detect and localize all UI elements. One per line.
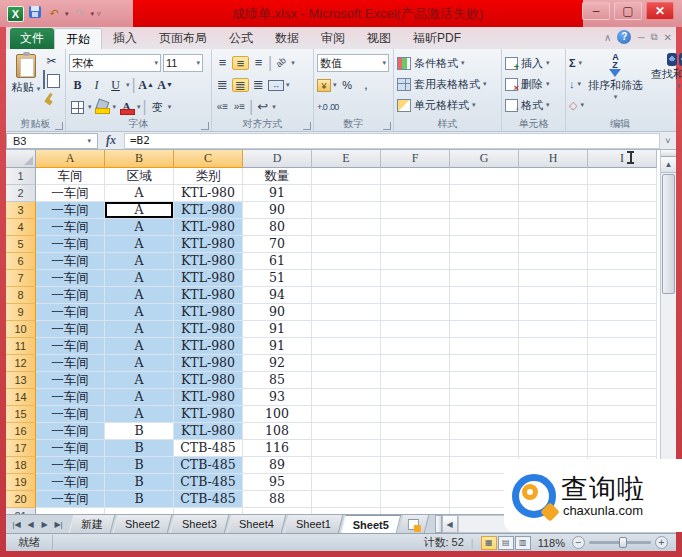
- collapse-ribbon-icon[interactable]: ∧: [604, 32, 611, 43]
- comma-button[interactable]: ,: [358, 76, 375, 94]
- underline-button[interactable]: U: [107, 76, 124, 94]
- cell-B13[interactable]: A: [105, 372, 174, 389]
- close-button[interactable]: ✕: [646, 2, 674, 20]
- cell-I12[interactable]: [588, 355, 657, 372]
- font-name-combo[interactable]: 宋体▾: [69, 54, 161, 72]
- cell-F6[interactable]: [381, 253, 450, 270]
- cell-I3[interactable]: [588, 202, 657, 219]
- tab-插入[interactable]: 插入: [102, 28, 148, 49]
- styles-item-2[interactable]: 单元格样式▾: [397, 96, 498, 114]
- cell-G16[interactable]: [450, 423, 519, 440]
- cell-G2[interactable]: [450, 185, 519, 202]
- cell-C13[interactable]: KTL-980: [174, 372, 243, 389]
- cell-B2[interactable]: A: [105, 185, 174, 202]
- cell-H11[interactable]: [519, 338, 588, 355]
- redo-button[interactable]: ↷: [72, 6, 88, 21]
- cell-F11[interactable]: [381, 338, 450, 355]
- cell-B12[interactable]: A: [105, 355, 174, 372]
- cells-item-2[interactable]: ◦格式▾: [505, 96, 562, 114]
- row-header-10[interactable]: 10: [6, 321, 36, 338]
- zoom-level[interactable]: 118%: [538, 537, 565, 549]
- cell-G11[interactable]: [450, 338, 519, 355]
- cell-G1[interactable]: [450, 168, 519, 185]
- cells-item-0[interactable]: +插入▾: [505, 54, 562, 72]
- cell-E14[interactable]: [312, 389, 381, 406]
- row-header-5[interactable]: 5: [6, 236, 36, 253]
- alignment-dialog-launcher-icon[interactable]: [303, 122, 311, 130]
- column-header-F[interactable]: F: [381, 150, 450, 168]
- cell-E16[interactable]: [312, 423, 381, 440]
- row-header-3[interactable]: 3: [6, 202, 36, 219]
- phonetic-guide-button[interactable]: 变: [149, 98, 166, 116]
- zoom-out-button[interactable]: −: [572, 536, 585, 549]
- cell-F18[interactable]: [381, 457, 450, 474]
- cell-G14[interactable]: [450, 389, 519, 406]
- scroll-up-icon[interactable]: ▲: [661, 157, 676, 173]
- cell-I10[interactable]: [588, 321, 657, 338]
- cell-I1[interactable]: [588, 168, 657, 185]
- align-right-button[interactable]: ≣: [251, 78, 266, 92]
- cell-A20[interactable]: 一车间: [36, 491, 105, 508]
- cell-E3[interactable]: [312, 202, 381, 219]
- redo-dropdown-icon[interactable]: ▾: [91, 10, 95, 18]
- cell-D4[interactable]: 80: [243, 219, 312, 236]
- styles-item-0[interactable]: 条件格式▾: [397, 54, 498, 72]
- cell-C20[interactable]: CTB-485: [174, 491, 243, 508]
- cut-button[interactable]: ✂: [43, 55, 60, 67]
- vscroll-thumb[interactable]: [662, 174, 675, 294]
- cell-C18[interactable]: CTB-485: [174, 457, 243, 474]
- font-size-combo[interactable]: 11▾: [163, 54, 203, 72]
- cell-F7[interactable]: [381, 270, 450, 287]
- column-header-E[interactable]: E: [312, 150, 381, 168]
- cell-D8[interactable]: 94: [243, 287, 312, 304]
- cell-E4[interactable]: [312, 219, 381, 236]
- cell-D16[interactable]: 108: [243, 423, 312, 440]
- cell-C12[interactable]: KTL-980: [174, 355, 243, 372]
- cell-G6[interactable]: [450, 253, 519, 270]
- page-layout-view-button[interactable]: ▤: [498, 536, 514, 550]
- cell-A1[interactable]: 车间: [36, 168, 105, 185]
- cell-E15[interactable]: [312, 406, 381, 423]
- sheet-tab-Sheet3[interactable]: Sheet3: [170, 515, 229, 533]
- cell-H5[interactable]: [519, 236, 588, 253]
- cell-D5[interactable]: 70: [243, 236, 312, 253]
- cell-A16[interactable]: 一车间: [36, 423, 105, 440]
- maximize-button[interactable]: ▢: [614, 2, 642, 20]
- cell-B3[interactable]: A: [105, 202, 174, 219]
- cell-E9[interactable]: [312, 304, 381, 321]
- column-header-C[interactable]: C: [174, 150, 243, 168]
- shrink-font-button[interactable]: A▼: [157, 76, 174, 94]
- row-header-19[interactable]: 19: [6, 474, 36, 491]
- cell-E6[interactable]: [312, 253, 381, 270]
- cell-E10[interactable]: [312, 321, 381, 338]
- page-break-view-button[interactable]: ▥: [515, 536, 531, 550]
- cell-D2[interactable]: 91: [243, 185, 312, 202]
- cell-E5[interactable]: [312, 236, 381, 253]
- cell-B16[interactable]: B: [105, 423, 174, 440]
- cell-C5[interactable]: KTL-980: [174, 236, 243, 253]
- cell-I11[interactable]: [588, 338, 657, 355]
- cell-C16[interactable]: KTL-980: [174, 423, 243, 440]
- align-middle-button[interactable]: ≡: [232, 56, 249, 70]
- cell-C3[interactable]: KTL-980: [174, 202, 243, 219]
- cell-B5[interactable]: A: [105, 236, 174, 253]
- cell-C15[interactable]: KTL-980: [174, 406, 243, 423]
- cell-E12[interactable]: [312, 355, 381, 372]
- cell-G12[interactable]: [450, 355, 519, 372]
- number-dialog-launcher-icon[interactable]: [383, 122, 391, 130]
- font-dialog-launcher-icon[interactable]: [201, 122, 209, 130]
- cell-H14[interactable]: [519, 389, 588, 406]
- cell-C6[interactable]: KTL-980: [174, 253, 243, 270]
- cell-G10[interactable]: [450, 321, 519, 338]
- zoom-in-button[interactable]: +: [655, 536, 668, 549]
- row-header-8[interactable]: 8: [6, 287, 36, 304]
- cell-I4[interactable]: [588, 219, 657, 236]
- row-header-11[interactable]: 11: [6, 338, 36, 355]
- save-button[interactable]: [27, 6, 43, 21]
- workbook-restore-icon[interactable]: ⧉: [650, 31, 657, 43]
- currency-button[interactable]: ¥: [317, 79, 331, 92]
- cell-D14[interactable]: 93: [243, 389, 312, 406]
- cell-E18[interactable]: [312, 457, 381, 474]
- sheet-tab-Sheet1[interactable]: Sheet1: [283, 515, 342, 533]
- column-header-B[interactable]: B: [105, 150, 174, 168]
